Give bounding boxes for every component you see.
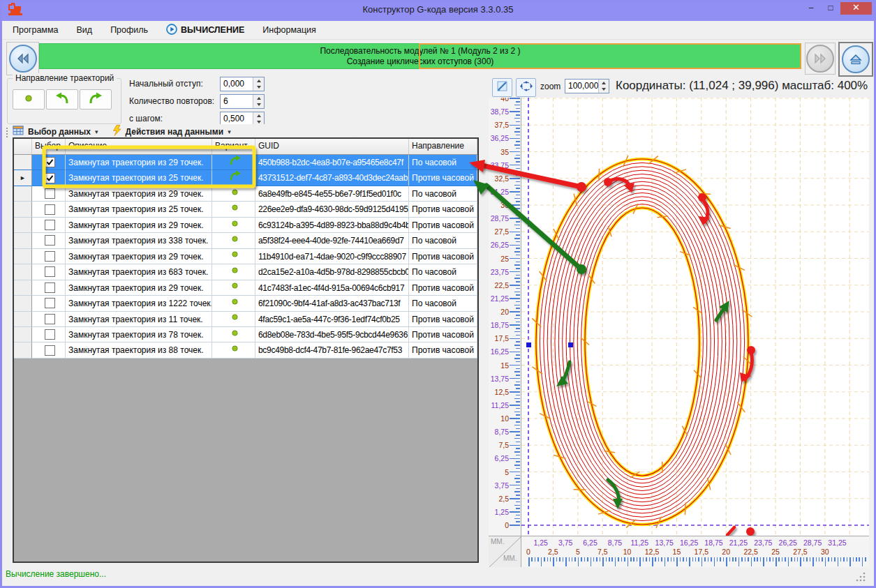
row-checkbox[interactable]: [45, 345, 55, 356]
previous-module-button[interactable]: [6, 42, 39, 75]
row-checkbox[interactable]: [45, 173, 55, 183]
guid-cell: 226ee2e9-dfa9-4630-98dc-59d9125d4195: [255, 202, 409, 217]
direction-ccw-button[interactable]: [46, 89, 78, 110]
minimize-button[interactable]: –: [801, 1, 821, 15]
table-row[interactable]: Замкнутая траектория из 29 точек.450b988…: [14, 155, 477, 170]
hruler-major-label: 0: [526, 548, 530, 556]
column-header-3[interactable]: GUID: [255, 139, 409, 154]
guid-cell: 43731512-def7-4c87-a893-40d3dec24aab: [255, 170, 409, 186]
row-checkbox[interactable]: [45, 220, 55, 230]
vruler-label: 35: [500, 148, 509, 156]
vruler-label: 21,25: [491, 294, 509, 303]
hruler-minor-label: 31,25: [828, 538, 846, 547]
variant-cell: [212, 233, 255, 248]
description-cell: Замкнутая траектория из 29 точек.: [66, 280, 212, 296]
row-checkbox[interactable]: [45, 235, 55, 246]
chevron-down-icon[interactable]: ▾: [95, 128, 98, 135]
vruler-label: 26,25: [491, 241, 509, 249]
next-module-button[interactable]: [805, 43, 836, 75]
row-checkbox[interactable]: [45, 298, 55, 308]
row-checkbox[interactable]: [45, 266, 55, 277]
table-row[interactable]: Замкнутая траектория из 88 точек.bc9c49b…: [14, 342, 477, 358]
turn-right-icon: [228, 155, 242, 170]
resize-grip[interactable]: [856, 572, 866, 585]
point-icon: [230, 202, 239, 217]
direction-cw-button[interactable]: [80, 89, 112, 110]
table-row[interactable]: Замкнутая траектория из 683 точек.d2ca15…: [14, 264, 477, 280]
direction-point-button[interactable]: [13, 89, 45, 110]
table-row[interactable]: Замкнутая траектория из 1222 точек.6f210…: [14, 296, 477, 311]
column-header-0[interactable]: Выбор: [32, 139, 66, 154]
table-row[interactable]: Замкнутая траектория из 11 точек.4fac59c…: [14, 312, 477, 327]
direction-cell: По часовой: [409, 296, 477, 311]
param-value-0: 0,000: [221, 77, 253, 91]
param-spinner-0[interactable]: [253, 77, 264, 91]
variant-cell: [212, 249, 255, 264]
close-button[interactable]: ✕: [840, 1, 872, 15]
hruler-major-label: 25: [771, 548, 780, 556]
table-row[interactable]: ►Замкнутая траектория из 25 точек.437315…: [14, 170, 477, 186]
description-cell: Замкнутая траектория из 11 точек.: [66, 312, 212, 327]
vruler-label: 7,5: [498, 441, 509, 449]
finish-module-button[interactable]: [838, 42, 873, 77]
column-header-1[interactable]: Описание: [66, 139, 212, 154]
chevron-down-icon[interactable]: ▾: [228, 128, 231, 135]
data-actions-dropdown[interactable]: Действия над данными: [126, 127, 224, 137]
selection-handles-icon: [520, 81, 533, 94]
point-icon: [230, 264, 239, 280]
row-marker-cell: [14, 280, 32, 296]
vruler-label: 16,25: [491, 347, 509, 356]
row-checkbox[interactable]: [45, 282, 55, 293]
row-checkbox-cell: [32, 233, 66, 248]
row-marker-cell: [14, 186, 32, 202]
param-input-0[interactable]: 0,000: [220, 77, 265, 91]
table-row[interactable]: Замкнутая траектория из 338 точек.a5f38f…: [14, 233, 477, 248]
row-checkbox[interactable]: [45, 314, 55, 324]
menu-item-programma[interactable]: Программа: [13, 25, 59, 35]
current-module-highlight: [419, 43, 801, 69]
table-row[interactable]: Замкнутая траектория из 25 точек.226ee2e…: [14, 202, 477, 217]
vruler-label: 30: [500, 201, 509, 209]
row-checkbox[interactable]: [45, 157, 55, 167]
fit-view-button[interactable]: [516, 78, 536, 97]
zoom-input[interactable]: 100,000: [565, 79, 609, 93]
row-checkbox[interactable]: [45, 329, 55, 340]
point-icon: [230, 342, 239, 358]
variant-cell: [212, 342, 255, 358]
variant-cell: [212, 170, 255, 186]
menu-item-vychislenie[interactable]: ВЫЧИСЛЕНИЕ: [166, 24, 244, 37]
table-row[interactable]: Замкнутая траектория из 29 точек.41c7483…: [14, 280, 477, 296]
direction-cell: Против часовой: [409, 202, 477, 217]
row-marker-cell: [14, 264, 32, 280]
column-header-2[interactable]: Вариант: [212, 139, 255, 154]
row-marker-cell: [14, 249, 32, 264]
table-row[interactable]: Замкнутая траектория из 29 точек.6c93124…: [14, 218, 477, 233]
row-checkbox[interactable]: [45, 188, 55, 199]
menu-item-informacia[interactable]: Информация: [262, 25, 316, 35]
column-header-4[interactable]: Направление: [409, 139, 477, 154]
drawing-canvas[interactable]: [521, 98, 869, 536]
description-cell: Замкнутая траектория из 1222 точек.: [66, 296, 212, 311]
point-icon: [24, 93, 34, 106]
row-checkbox[interactable]: [45, 251, 55, 262]
units-label-vertical: ММ.: [491, 538, 504, 545]
toolbar-grip[interactable]: [6, 127, 8, 137]
vruler-label: 5: [505, 468, 509, 476]
param-input-1[interactable]: 6: [220, 94, 265, 109]
menu-item-profil[interactable]: Профиль: [110, 25, 148, 35]
select-data-dropdown[interactable]: Выбор данных: [28, 127, 91, 137]
maximize-button[interactable]: □: [821, 1, 840, 15]
table-row[interactable]: Замкнутая траектория из 29 точек.11b4910…: [14, 249, 477, 264]
guid-cell: 4fac59c1-ae5a-447c-9f36-1edf74cf0b25: [255, 312, 409, 327]
table-row[interactable]: Замкнутая траектория из 29 точек.6a8e49f…: [14, 186, 477, 202]
edit-canvas-button[interactable]: [492, 78, 512, 97]
zoom-spinner[interactable]: [598, 80, 609, 93]
menu-item-vid[interactable]: Вид: [77, 25, 93, 35]
titlebar: Конструктор G-кода версия 3.3.0.35 – □ ✕: [0, 0, 876, 21]
row-checkbox[interactable]: [45, 204, 55, 215]
variant-cell: [212, 312, 255, 327]
param-spinner-1[interactable]: [253, 95, 264, 108]
description-cell: Замкнутая траектория из 29 точек.: [66, 218, 212, 233]
table-row[interactable]: Замкнутая траектория из 78 точек.6d8eb08…: [14, 327, 477, 342]
row-checkbox-cell: [32, 312, 66, 327]
